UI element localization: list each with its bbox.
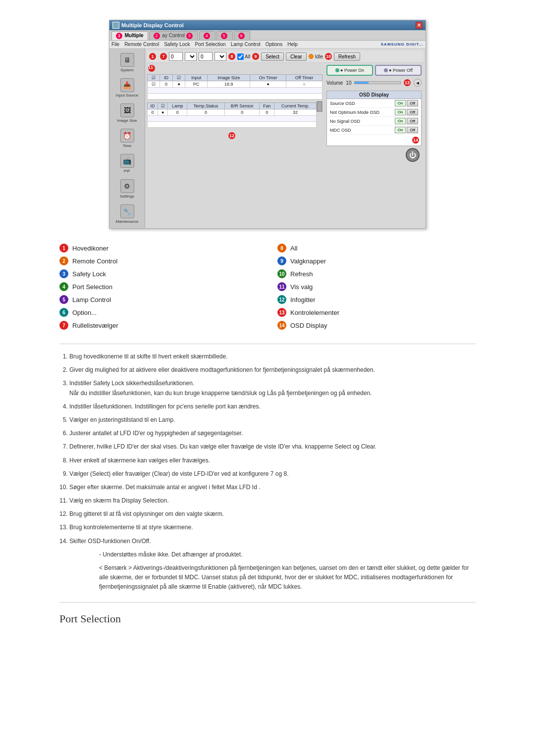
badge-1: 1 [149,53,156,60]
menu-lamp-control[interactable]: Lamp Control [231,42,261,47]
menu-safety-lock[interactable]: Safety Lock [164,42,190,47]
tab-6[interactable]: 6 [234,31,250,40]
tab-number-2: 2 [154,33,160,39]
cell-imagesize: 16:9 [208,81,250,88]
ann-badge-3: 3 [59,269,68,278]
menu-options[interactable]: Options [266,42,282,47]
ann-label-2: Remote Control [72,257,117,265]
tab-4[interactable]: 4 [199,31,215,40]
power-on-dot [335,68,339,72]
menu-remote-control[interactable]: Remote Control [124,42,159,47]
osd-panel: OSD Display Source OSD On Off Not Optimu… [326,91,422,146]
volume-value: 10 [346,80,351,86]
osd-mdc-label: MDC OSD [330,128,351,133]
ann-badge-12: 12 [277,295,286,304]
grid-header-input: Input [185,75,208,81]
ann-label-3: Safety Lock [72,270,106,278]
sidebar-item-system[interactable]: 🖥 System [110,50,144,75]
id-dropdown-2[interactable]: ▼ [214,52,226,61]
osd-source-buttons: On Off [395,100,418,106]
pip-icon: 📺 [120,154,134,168]
instruction-12: Brug gitteret til at få vist oplysninger… [69,509,476,519]
annotation-10: 10 Refresh [277,269,476,278]
cell-ontimer: ● [250,81,286,88]
annotation-12: 12 Infogitter [277,295,476,304]
osd-mdc-off[interactable]: Off [407,127,418,133]
samsung-logo: SAMSUNG DIGIT... [381,42,424,47]
main-content: 1 7 ▼ ▼ 8 All 9 Select Clear [145,49,426,228]
menu-help[interactable]: Help [287,42,298,47]
osd-source-off[interactable]: Off [407,100,418,106]
id-input-right[interactable] [199,52,213,61]
osd-no-signal-on[interactable]: On [395,118,406,124]
status-dot [309,54,314,59]
lower-cell-fan: 0 [260,109,274,116]
select-button[interactable]: Select [261,52,284,61]
note-section: - Understøttes måske ikke. Det afhænger … [99,550,476,592]
annotation-11: 11 Vis valg [277,282,476,291]
tab-multiple[interactable]: 1 Multiple [111,31,148,40]
sidebar-item-pip[interactable]: 📺 PIP [110,151,144,176]
lower-header-currenttemp: Current Temp. [274,103,317,109]
id-dropdown[interactable]: ▼ [185,52,197,61]
osd-not-optimum-on[interactable]: On [395,109,406,115]
time-icon: ⏰ [120,129,134,143]
badge-9: 9 [252,53,259,60]
refresh-button[interactable]: Refresh [334,52,360,61]
sidebar-item-image-size[interactable]: 🖼 Image Size [110,101,144,125]
sidebar-item-input-source[interactable]: 📥 Input Source [110,76,144,100]
toolbar-row: 1 7 ▼ ▼ 8 All 9 Select Clear [147,50,424,63]
all-checkbox[interactable] [237,53,244,60]
window-title: Multiple Display Control [121,22,184,28]
menu-file[interactable]: File [111,42,119,47]
lower-data-grid: ID ☑ Lamp Temp.Status B/R Sensor Fan Cur… [147,102,317,128]
instruction-13: Brug kontrolelementerne til at styre skæ… [69,523,476,532]
annotations-left: 1 Hovedikoner 2 Remote Control 3 Safety … [59,244,258,334]
tab-number-4: 4 [204,33,210,39]
sidebar-label-settings: Settings [120,194,134,199]
ann-badge-7: 7 [59,321,68,330]
cell-input: PC [185,81,208,88]
lower-cell-id: 0 [148,109,158,116]
osd-source-on[interactable]: On [395,100,406,106]
osd-no-signal-off[interactable]: Off [407,118,418,124]
left-data-panel: 11 ☑ ID ☑ Input Image Size On Timer [147,63,322,166]
divider-1 [59,344,476,344]
osd-row-mdc: MDC OSD On Off [327,126,421,135]
grid-header-checkbox: ☑ [148,75,160,81]
ann-label-5: Lamp Control [72,296,111,303]
power-icon[interactable]: ⏻ [406,148,420,162]
power-on-label: ● Power On [340,68,364,73]
status-indicator: Idle [309,54,323,59]
tab-5[interactable]: 5 [216,31,233,40]
power-off-button[interactable]: ● Power Off [375,65,422,76]
tab-number-6: 6 [238,33,245,39]
volume-down-button[interactable]: ◄ [414,79,422,87]
clear-button[interactable]: Clear [286,52,307,61]
menubar: File Remote Control Safety Lock Port Sel… [109,41,426,49]
osd-mdc-on[interactable]: On [395,127,406,133]
osd-not-optimum-off[interactable]: Off [407,109,418,115]
volume-slider[interactable] [354,81,401,84]
instruction-1: Brug hovedikonerne til at skifte til hve… [69,352,476,361]
tab-display-control[interactable]: 2 ay Control 3 [149,31,198,40]
lower-cell-check: ● [158,109,168,116]
sidebar-item-time[interactable]: ⏰ Time [110,126,144,151]
cell-checkbox[interactable]: ☑ [148,81,160,88]
sidebar-item-settings[interactable]: ⚙ Settings [110,177,144,201]
close-button[interactable]: ✕ [416,22,423,29]
menu-port-selection[interactable]: Port Selection [195,42,225,47]
ann-badge-8: 8 [277,244,286,252]
instruction-2: Giver dig mulighed for at aktivere eller… [69,365,476,375]
sidebar-label-pip: PIP [124,169,130,173]
sidebar-item-maintenance[interactable]: 🔧 Maintenance [110,202,144,226]
upper-data-grid: ☑ ID ☑ Input Image Size On Timer Off Tim… [147,74,322,100]
ann-badge-11: 11 [277,282,286,291]
sidebar-label-system: System [120,68,134,72]
badge-11: 11 [148,65,155,72]
power-on-button[interactable]: ● Power On [326,65,373,76]
id-input-left[interactable] [169,52,183,61]
remark-section: < Bemærk > Aktiverings-/deaktiveringsfun… [99,563,476,592]
scrollbar[interactable] [317,101,322,112]
instruction-7: Definerer, hvilke LFD ID'er der skal vis… [69,442,476,452]
